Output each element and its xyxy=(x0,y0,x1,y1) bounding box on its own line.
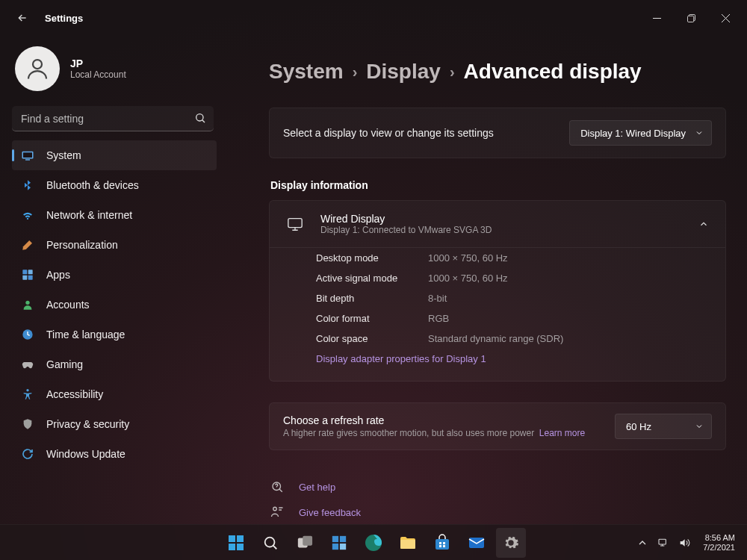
sidebar-item-accessibility[interactable]: Accessibility xyxy=(12,379,217,409)
prop-row: Color spaceStandard dynamic range (SDR) xyxy=(316,329,709,349)
svg-rect-14 xyxy=(288,219,302,228)
sidebar-item-label: Apps xyxy=(46,269,70,281)
tray-overflow[interactable] xyxy=(636,536,649,550)
prop-row: Desktop mode1000 × 750, 60 Hz xyxy=(316,248,709,268)
sidebar-item-personalization[interactable]: Personalization xyxy=(12,230,217,260)
monitor-icon xyxy=(286,215,304,233)
accessibility-icon xyxy=(21,388,34,401)
sidebar-item-label: Time & language xyxy=(46,329,125,340)
sidebar-item-label: Personalization xyxy=(46,239,118,251)
content: System › Display › Advanced display Sele… xyxy=(224,36,747,524)
taskbar-clock[interactable]: 8:56 AM 7/2/2021 xyxy=(698,533,740,553)
search-icon xyxy=(194,112,206,124)
taskbar-center xyxy=(221,528,526,558)
svg-rect-35 xyxy=(469,538,484,548)
display-select[interactable]: Display 1: Wired Display xyxy=(569,120,712,146)
svg-point-3 xyxy=(196,114,203,121)
sidebar-item-label: Accounts xyxy=(46,299,90,311)
svg-rect-10 xyxy=(28,276,33,280)
display-props: Desktop mode1000 × 750, 60 Hz Active sig… xyxy=(270,247,725,381)
sidebar-item-gaming[interactable]: Gaming xyxy=(12,349,217,379)
prop-row: Color formatRGB xyxy=(316,308,709,329)
window-title: Settings xyxy=(45,13,83,24)
sidebar-item-network[interactable]: Network & internet xyxy=(12,200,217,230)
task-view-button[interactable] xyxy=(290,528,320,558)
crumb-display[interactable]: Display xyxy=(366,60,441,84)
network-tray-icon[interactable] xyxy=(657,536,670,550)
maximize-button[interactable] xyxy=(674,1,708,35)
minimize-button[interactable] xyxy=(639,1,674,35)
settings-app[interactable] xyxy=(496,528,526,558)
refresh-rate-card: Choose a refresh rate A higher rate give… xyxy=(269,402,726,450)
start-button[interactable] xyxy=(221,528,251,558)
learn-more-link[interactable]: Learn more xyxy=(539,428,585,438)
svg-point-16 xyxy=(273,507,277,511)
svg-rect-9 xyxy=(22,276,27,280)
prop-row: Bit depth8-bit xyxy=(316,288,709,308)
svg-rect-19 xyxy=(229,544,235,550)
svg-rect-24 xyxy=(332,535,338,541)
chevron-right-icon: › xyxy=(450,63,455,81)
sidebar-item-label: System xyxy=(46,149,81,161)
sidebar-item-update[interactable]: Windows Update xyxy=(12,439,217,469)
sidebar-item-time[interactable]: Time & language xyxy=(12,320,217,349)
update-icon xyxy=(21,447,34,461)
explorer-app[interactable] xyxy=(393,528,423,558)
svg-rect-5 xyxy=(23,152,32,158)
sidebar-item-system[interactable]: System xyxy=(12,140,217,170)
sidebar-item-bluetooth[interactable]: Bluetooth & devices xyxy=(12,170,217,200)
sidebar-item-label: Network & internet xyxy=(46,209,132,221)
svg-rect-33 xyxy=(439,545,441,547)
sound-tray-icon[interactable] xyxy=(678,536,691,550)
page-title: Advanced display xyxy=(464,60,642,84)
system-tray: 8:56 AM 7/2/2021 xyxy=(636,533,747,553)
refresh-title: Choose a refresh rate xyxy=(283,414,615,426)
clock-time: 8:56 AM xyxy=(703,533,735,543)
prop-row: Active signal mode1000 × 750, 60 Hz xyxy=(316,268,709,288)
svg-rect-18 xyxy=(237,535,244,542)
svg-point-2 xyxy=(33,60,42,69)
search-input[interactable] xyxy=(12,106,214,131)
store-app[interactable] xyxy=(427,528,457,558)
svg-point-21 xyxy=(265,537,275,547)
svg-rect-30 xyxy=(436,539,449,550)
clock-icon xyxy=(21,328,34,341)
mail-app[interactable] xyxy=(462,528,492,558)
give-feedback-link[interactable]: Give feedback xyxy=(269,500,726,524)
svg-rect-7 xyxy=(22,270,27,274)
back-button[interactable] xyxy=(9,4,36,31)
taskbar: 8:56 AM 7/2/2021 xyxy=(0,524,747,560)
svg-rect-1 xyxy=(687,16,693,22)
adapter-properties-link[interactable]: Display adapter properties for Display 1 xyxy=(316,349,709,369)
svg-point-11 xyxy=(25,301,29,305)
taskbar-search[interactable] xyxy=(255,528,285,558)
profile[interactable]: JP Local Account xyxy=(9,43,224,106)
get-help-link[interactable]: Get help xyxy=(269,474,726,500)
select-display-card: Select a display to view or change its s… xyxy=(269,108,726,158)
footer-links: Get help Give feedback xyxy=(269,474,726,524)
svg-rect-17 xyxy=(229,535,235,542)
sidebar-item-label: Accessibility xyxy=(46,388,103,400)
svg-rect-6 xyxy=(25,159,30,161)
display-info-header[interactable]: Wired Display Display 1: Connected to VM… xyxy=(270,201,725,247)
sidebar-item-privacy[interactable]: Privacy & security xyxy=(12,409,217,439)
titlebar: Settings xyxy=(0,0,747,36)
sidebar-item-apps[interactable]: Apps xyxy=(12,260,217,290)
svg-rect-23 xyxy=(303,535,312,545)
chevron-up-icon xyxy=(698,219,709,229)
svg-rect-8 xyxy=(28,270,33,274)
sidebar-item-accounts[interactable]: Accounts xyxy=(12,290,217,320)
widgets-button[interactable] xyxy=(324,528,354,558)
search-box[interactable] xyxy=(12,106,214,131)
brush-icon xyxy=(21,238,34,252)
breadcrumb: System › Display › Advanced display xyxy=(269,60,726,84)
edge-app[interactable] xyxy=(359,528,388,558)
close-button[interactable] xyxy=(708,1,743,35)
refresh-rate-select[interactable]: 60 Hz xyxy=(615,414,712,439)
sidebar-item-label: Bluetooth & devices xyxy=(46,179,139,191)
clock-date: 7/2/2021 xyxy=(703,543,735,553)
svg-rect-36 xyxy=(659,539,666,544)
person-icon xyxy=(21,298,34,311)
svg-rect-29 xyxy=(400,540,415,549)
crumb-system[interactable]: System xyxy=(269,60,344,84)
